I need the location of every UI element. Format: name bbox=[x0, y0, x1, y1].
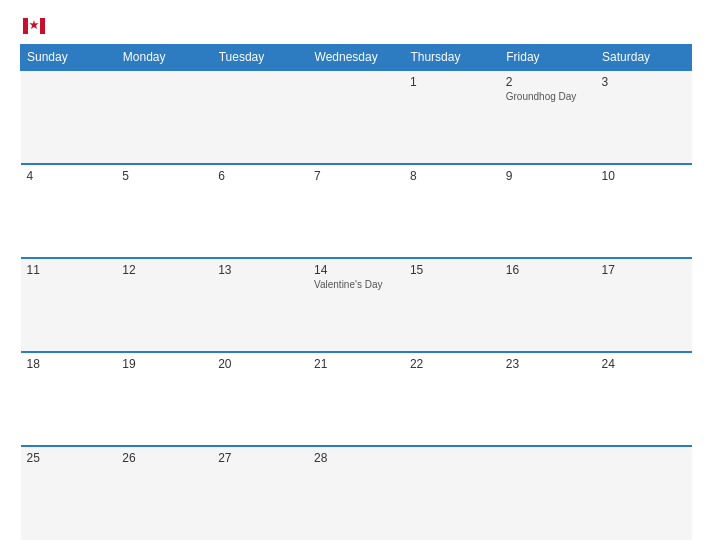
calendar-cell: 12 bbox=[116, 258, 212, 352]
calendar-cell: 26 bbox=[116, 446, 212, 540]
calendar-body: 12Groundhog Day34567891011121314Valentin… bbox=[21, 70, 692, 540]
day-number: 19 bbox=[122, 357, 206, 371]
day-number: 15 bbox=[410, 263, 494, 277]
calendar-cell: 4 bbox=[21, 164, 117, 258]
day-of-week-header: Wednesday bbox=[308, 45, 404, 71]
calendar-cell: 28 bbox=[308, 446, 404, 540]
calendar-cell: 19 bbox=[116, 352, 212, 446]
day-event: Valentine's Day bbox=[314, 279, 398, 290]
day-of-week-header: Thursday bbox=[404, 45, 500, 71]
day-number: 16 bbox=[506, 263, 590, 277]
calendar-cell: 15 bbox=[404, 258, 500, 352]
calendar-cell: 22 bbox=[404, 352, 500, 446]
calendar-cell bbox=[596, 446, 692, 540]
day-number: 28 bbox=[314, 451, 398, 465]
day-number: 17 bbox=[602, 263, 686, 277]
calendar-week-row: 25262728 bbox=[21, 446, 692, 540]
svg-rect-2 bbox=[40, 18, 45, 34]
day-number: 6 bbox=[218, 169, 302, 183]
calendar-cell: 3 bbox=[596, 70, 692, 164]
calendar-cell: 14Valentine's Day bbox=[308, 258, 404, 352]
day-of-week-header: Friday bbox=[500, 45, 596, 71]
day-number: 22 bbox=[410, 357, 494, 371]
calendar-cell bbox=[116, 70, 212, 164]
day-number: 2 bbox=[506, 75, 590, 89]
day-number: 26 bbox=[122, 451, 206, 465]
calendar-cell: 25 bbox=[21, 446, 117, 540]
calendar-cell: 11 bbox=[21, 258, 117, 352]
calendar-cell bbox=[21, 70, 117, 164]
calendar-cell: 1 bbox=[404, 70, 500, 164]
calendar-cell: 17 bbox=[596, 258, 692, 352]
flag-icon bbox=[23, 18, 45, 34]
calendar-cell bbox=[212, 70, 308, 164]
day-number: 7 bbox=[314, 169, 398, 183]
day-number: 12 bbox=[122, 263, 206, 277]
day-number: 1 bbox=[410, 75, 494, 89]
calendar-cell: 20 bbox=[212, 352, 308, 446]
day-of-week-header: Tuesday bbox=[212, 45, 308, 71]
days-of-week-row: SundayMondayTuesdayWednesdayThursdayFrid… bbox=[21, 45, 692, 71]
calendar-cell: 13 bbox=[212, 258, 308, 352]
day-event: Groundhog Day bbox=[506, 91, 590, 102]
day-number: 9 bbox=[506, 169, 590, 183]
calendar-week-row: 45678910 bbox=[21, 164, 692, 258]
calendar-cell: 9 bbox=[500, 164, 596, 258]
calendar-cell: 23 bbox=[500, 352, 596, 446]
day-number: 24 bbox=[602, 357, 686, 371]
calendar-cell: 2Groundhog Day bbox=[500, 70, 596, 164]
day-number: 3 bbox=[602, 75, 686, 89]
day-number: 5 bbox=[122, 169, 206, 183]
calendar-cell: 16 bbox=[500, 258, 596, 352]
day-number: 25 bbox=[27, 451, 111, 465]
calendar-cell: 24 bbox=[596, 352, 692, 446]
day-number: 18 bbox=[27, 357, 111, 371]
day-number: 20 bbox=[218, 357, 302, 371]
calendar-week-row: 11121314Valentine's Day151617 bbox=[21, 258, 692, 352]
day-number: 23 bbox=[506, 357, 590, 371]
day-number: 10 bbox=[602, 169, 686, 183]
calendar-cell: 5 bbox=[116, 164, 212, 258]
day-number: 27 bbox=[218, 451, 302, 465]
day-number: 13 bbox=[218, 263, 302, 277]
calendar-header bbox=[20, 18, 692, 34]
calendar-cell: 8 bbox=[404, 164, 500, 258]
day-number: 21 bbox=[314, 357, 398, 371]
calendar-cell: 27 bbox=[212, 446, 308, 540]
calendar-table: SundayMondayTuesdayWednesdayThursdayFrid… bbox=[20, 44, 692, 540]
calendar-cell: 7 bbox=[308, 164, 404, 258]
calendar-cell bbox=[404, 446, 500, 540]
calendar-cell: 18 bbox=[21, 352, 117, 446]
calendar-cell bbox=[308, 70, 404, 164]
calendar-cell bbox=[500, 446, 596, 540]
day-of-week-header: Monday bbox=[116, 45, 212, 71]
svg-rect-1 bbox=[23, 18, 28, 34]
day-of-week-header: Sunday bbox=[21, 45, 117, 71]
calendar-cell: 6 bbox=[212, 164, 308, 258]
day-number: 14 bbox=[314, 263, 398, 277]
calendar-header-row: SundayMondayTuesdayWednesdayThursdayFrid… bbox=[21, 45, 692, 71]
calendar-cell: 21 bbox=[308, 352, 404, 446]
day-number: 11 bbox=[27, 263, 111, 277]
calendar-week-row: 12Groundhog Day3 bbox=[21, 70, 692, 164]
calendar-week-row: 18192021222324 bbox=[21, 352, 692, 446]
day-number: 8 bbox=[410, 169, 494, 183]
calendar-cell: 10 bbox=[596, 164, 692, 258]
day-of-week-header: Saturday bbox=[596, 45, 692, 71]
day-number: 4 bbox=[27, 169, 111, 183]
calendar-page: SundayMondayTuesdayWednesdayThursdayFrid… bbox=[0, 0, 712, 550]
logo bbox=[20, 18, 45, 34]
